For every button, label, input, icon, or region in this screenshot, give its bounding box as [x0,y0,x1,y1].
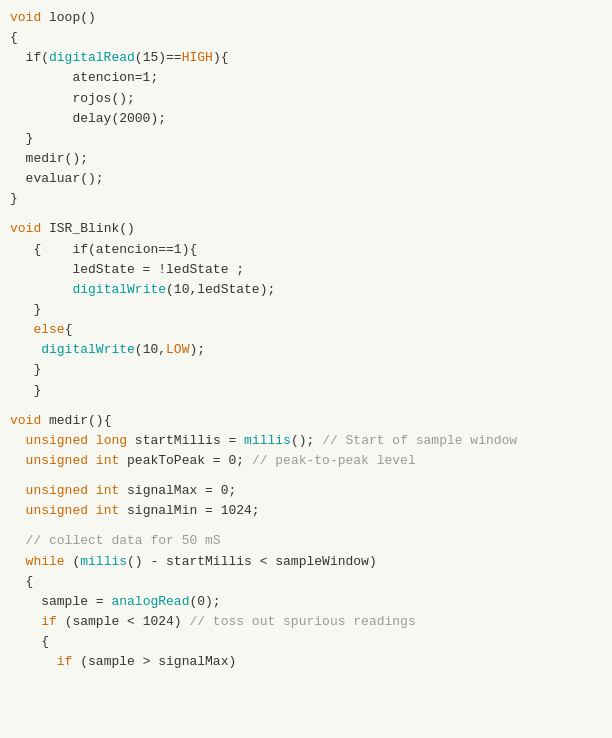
code-line: unsigned long startMillis = millis(); //… [0,431,612,451]
code-line: } [0,381,612,401]
code-line: { [0,572,612,592]
code-line: // collect data for 50 mS [0,531,612,551]
code-line: { [0,632,612,652]
code-line: if (sample > signalMax) [0,652,612,672]
code-line: { if(atencion==1){ [0,240,612,260]
code-line: else{ [0,320,612,340]
code-line: evaluar(); [0,169,612,189]
code-line: delay(2000); [0,109,612,129]
blank-line [0,471,612,481]
code-line: } [0,129,612,149]
code-line: while (millis() - startMillis < sampleWi… [0,552,612,572]
code-line: { [0,28,612,48]
code-line: digitalWrite(10,ledState); [0,280,612,300]
code-line: rojos(); [0,89,612,109]
code-line: unsigned int peakToPeak = 0; // peak-to-… [0,451,612,471]
code-line: atencion=1; [0,68,612,88]
code-line: ledState = !ledState ; [0,260,612,280]
code-line: unsigned int signalMax = 0; [0,481,612,501]
code-line: if (sample < 1024) // toss out spurious … [0,612,612,632]
code-line: void medir(){ [0,411,612,431]
code-line: medir(); [0,149,612,169]
code-line: if(digitalRead(15)==HIGH){ [0,48,612,68]
code-line: void ISR_Blink() [0,219,612,239]
code-line: sample = analogRead(0); [0,592,612,612]
code-line: } [0,360,612,380]
code-line: void loop() [0,8,612,28]
code-line: } [0,300,612,320]
blank-line [0,209,612,219]
blank-line [0,401,612,411]
code-line: } [0,189,612,209]
blank-line [0,521,612,531]
code-line: unsigned int signalMin = 1024; [0,501,612,521]
code-container: void loop() { if(digitalRead(15)==HIGH){… [0,0,612,738]
code-line: digitalWrite(10,LOW); [0,340,612,360]
